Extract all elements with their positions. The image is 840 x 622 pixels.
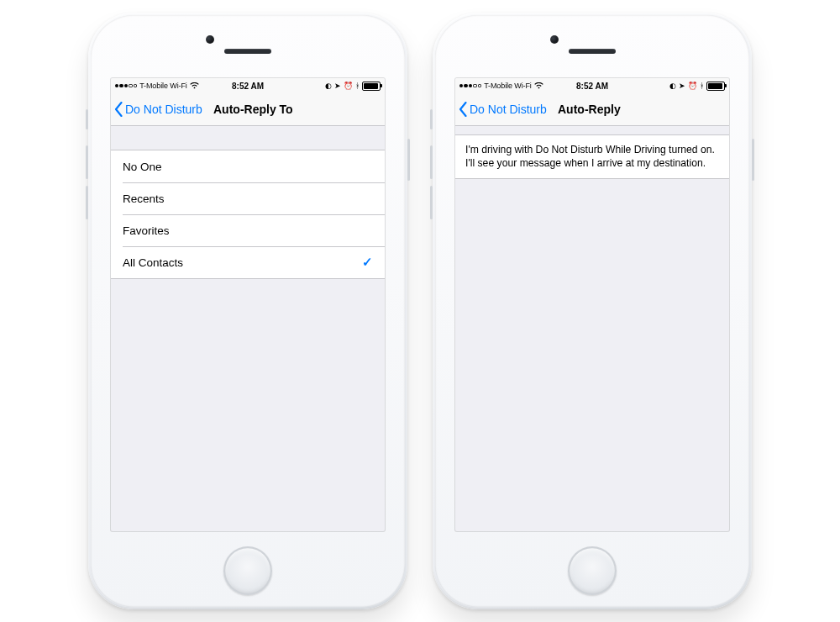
option-label: No One (123, 161, 162, 173)
home-button[interactable] (223, 546, 272, 595)
bluetooth-icon: ᚼ (355, 82, 360, 90)
option-favorites[interactable]: Favorites (111, 214, 385, 246)
carrier-label: T-Mobile Wi-Fi (139, 82, 187, 90)
do-not-disturb-icon: ◐ (669, 82, 676, 90)
back-label: Do Not Disturb (470, 103, 547, 116)
screen-right: T-Mobile Wi-Fi 8:52 AM ◐ ➤ ⏰ ᚼ (455, 78, 729, 531)
back-label: Do Not Disturb (125, 103, 202, 116)
front-camera (550, 35, 559, 44)
front-camera (206, 35, 214, 44)
auto-reply-message-field[interactable]: I'm driving with Do Not Disturb While Dr… (455, 134, 729, 179)
option-no-one[interactable]: No One (111, 150, 385, 182)
option-label: All Contacts (123, 256, 183, 269)
bluetooth-icon: ᚼ (700, 82, 704, 90)
chevron-left-icon (459, 102, 468, 117)
phone-device-right: T-Mobile Wi-Fi 8:52 AM ◐ ➤ ⏰ ᚼ (433, 13, 752, 609)
volume-up-button (86, 145, 88, 179)
cellular-signal-icon (115, 84, 137, 87)
status-bar: T-Mobile Wi-Fi 8:52 AM ◐ ➤ ⏰ ᚼ (455, 78, 729, 93)
location-icon: ➤ (679, 82, 685, 90)
phone-device-left: T-Mobile Wi-Fi 8:52 AM ◐ ➤ ⏰ ᚼ (88, 13, 407, 609)
option-label: Favorites (123, 224, 170, 237)
mute-switch (86, 109, 88, 129)
option-all-contacts[interactable]: All Contacts ✓ (111, 246, 385, 278)
earpiece-speaker (569, 49, 616, 54)
volume-down-button (430, 186, 433, 219)
option-label: Recents (123, 192, 165, 205)
do-not-disturb-icon: ◐ (325, 82, 332, 90)
option-recents[interactable]: Recents (111, 182, 385, 214)
screen-left: T-Mobile Wi-Fi 8:52 AM ◐ ➤ ⏰ ᚼ (111, 78, 385, 531)
checkmark-icon: ✓ (362, 255, 373, 270)
earpiece-speaker (224, 49, 271, 54)
battery-icon (706, 82, 725, 91)
nav-bar: Do Not Disturb Auto-Reply To (111, 93, 385, 126)
back-button[interactable]: Do Not Disturb (114, 93, 202, 125)
carrier-label: T-Mobile Wi-Fi (484, 82, 532, 90)
chevron-left-icon (114, 102, 123, 117)
power-button (407, 139, 410, 181)
power-button (752, 139, 754, 181)
volume-down-button (86, 186, 88, 219)
alarm-icon: ⏰ (688, 82, 697, 90)
nav-bar: Do Not Disturb Auto-Reply (455, 93, 729, 126)
status-bar: T-Mobile Wi-Fi 8:52 AM ◐ ➤ ⏰ ᚼ (111, 78, 385, 93)
cellular-signal-icon (459, 84, 481, 87)
back-button[interactable]: Do Not Disturb (459, 93, 547, 125)
auto-reply-to-options: No One Recents Favorites All Contacts ✓ (111, 150, 385, 279)
battery-icon (362, 82, 381, 91)
volume-up-button (430, 145, 433, 179)
wifi-icon (534, 82, 543, 89)
mute-switch (430, 109, 433, 129)
home-button[interactable] (568, 546, 617, 595)
alarm-icon: ⏰ (344, 82, 353, 90)
location-icon: ➤ (334, 82, 341, 90)
auto-reply-message-text: I'm driving with Do Not Disturb While Dr… (465, 144, 715, 169)
wifi-icon (190, 82, 199, 89)
